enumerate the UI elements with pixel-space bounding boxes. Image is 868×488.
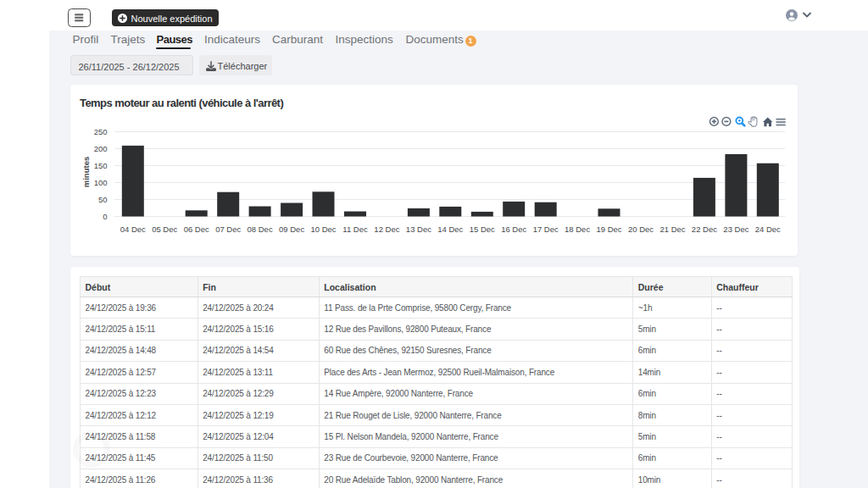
svg-text:07 Dec: 07 Dec — [215, 225, 241, 234]
svg-text:50: 50 — [98, 195, 108, 204]
svg-text:11 Dec: 11 Dec — [342, 225, 368, 234]
svg-text:250: 250 — [94, 127, 108, 136]
svg-text:150: 150 — [94, 161, 108, 170]
svg-text:08 Dec: 08 Dec — [248, 225, 273, 234]
svg-text:100: 100 — [94, 178, 108, 187]
svg-text:04 Dec: 04 Dec — [120, 225, 146, 234]
svg-text:14 Dec: 14 Dec — [437, 225, 463, 234]
svg-text:18 Dec: 18 Dec — [565, 225, 590, 234]
svg-text:minutes: minutes — [81, 157, 91, 187]
svg-text:23 Dec: 23 Dec — [723, 225, 748, 234]
svg-text:12 Dec: 12 Dec — [374, 225, 399, 234]
svg-text:21 Dec: 21 Dec — [659, 225, 685, 234]
svg-text:13 Dec: 13 Dec — [406, 225, 431, 234]
svg-text:22 Dec: 22 Dec — [692, 225, 717, 234]
svg-text:15 Dec: 15 Dec — [470, 225, 495, 234]
svg-text:200: 200 — [94, 144, 108, 153]
svg-text:16 Dec: 16 Dec — [501, 225, 526, 234]
svg-text:09 Dec: 09 Dec — [279, 225, 304, 234]
svg-text:0: 0 — [103, 212, 107, 221]
svg-text:19 Dec: 19 Dec — [596, 225, 621, 234]
svg-text:05 Dec: 05 Dec — [152, 225, 177, 234]
svg-text:24 Dec: 24 Dec — [755, 225, 781, 234]
svg-text:17 Dec: 17 Dec — [533, 225, 559, 234]
svg-text:06 Dec: 06 Dec — [184, 225, 209, 234]
svg-text:20 Dec: 20 Dec — [628, 225, 654, 234]
svg-text:10 Dec: 10 Dec — [310, 225, 336, 234]
